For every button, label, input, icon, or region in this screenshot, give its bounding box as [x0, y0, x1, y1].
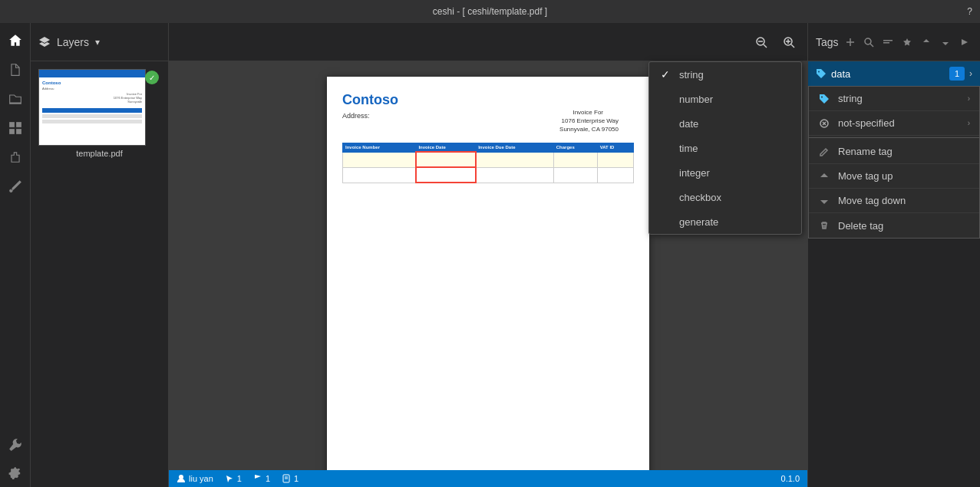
svg-rect-19 — [883, 40, 893, 41]
zoom-out-button[interactable] — [751, 31, 772, 53]
search-tag-button[interactable] — [862, 34, 877, 51]
thumbnail-badge: ✓ — [145, 71, 159, 84]
table-header-row: Invoice Number Invoice Date Invoice Due … — [343, 143, 634, 153]
svg-rect-2 — [9, 129, 15, 134]
pdf-invoice-label: Invoice For — [572, 109, 603, 116]
thumbnail-item[interactable]: Contoso Address: Invoice For1076 Enterpr… — [38, 69, 160, 158]
rename-icon — [818, 146, 830, 158]
sidebar-home-icon[interactable] — [2, 27, 29, 54]
tags-title: Tags — [816, 36, 839, 48]
layers-chevron-icon[interactable]: ▾ — [95, 37, 100, 48]
tag-move-up-button[interactable] — [919, 34, 934, 51]
dropdown-item-string[interactable]: ✓ string — [649, 62, 801, 87]
svg-point-17 — [865, 38, 871, 44]
sidebar-brush-icon[interactable] — [2, 173, 29, 200]
dropdown-item-time[interactable]: time — [649, 136, 801, 160]
add-tag-button[interactable] — [843, 34, 858, 51]
pdf-table: Invoice Number Invoice Date Invoice Due … — [342, 143, 634, 183]
tag-more-button[interactable] — [957, 34, 972, 51]
sidebar-plugin-icon[interactable] — [2, 143, 29, 171]
dropdown-item-checkbox[interactable]: checkbox — [649, 185, 801, 209]
checkmark-string: ✓ — [661, 68, 673, 81]
help-icon[interactable]: ? — [967, 6, 972, 17]
table-header-cell: Charges — [553, 143, 597, 153]
tag-count-badge: 1 — [949, 67, 965, 81]
context-menu-item-rename[interactable]: Rename tag — [809, 140, 979, 164]
right-panel: Tags data — [807, 23, 980, 487]
sidebar-grid-icon[interactable] — [2, 114, 29, 142]
delete-icon — [818, 219, 830, 232]
dropdown-item-generate[interactable]: generate — [649, 209, 801, 234]
left-sidebar — [0, 23, 31, 487]
selected-tag-label: data — [831, 68, 945, 80]
tag-option1-button[interactable] — [880, 34, 896, 51]
table-cell — [416, 152, 476, 167]
zoom-in-button[interactable] — [778, 31, 800, 53]
tmb-header — [39, 70, 145, 77]
tag-notspecified-icon — [818, 117, 830, 130]
context-menu-item-move-down[interactable]: Move tag down — [809, 189, 979, 213]
title-bar: ceshi - [ ceshi/template.pdf ] ? — [0, 0, 980, 23]
context-menu-label: not-specified — [838, 117, 895, 129]
dropdown-item-date[interactable]: date — [649, 111, 801, 136]
menu-separator — [809, 137, 979, 138]
context-menu-label: Move tag up — [838, 170, 893, 182]
flag-icon — [253, 474, 262, 483]
selected-tag-item[interactable]: data 1 › — [808, 61, 980, 86]
table-cell — [343, 167, 416, 183]
svg-rect-1 — [16, 122, 21, 127]
dropdown-item-number[interactable]: number — [649, 87, 801, 111]
thumbnail-inner: Contoso Address: Invoice For1076 Enterpr… — [39, 70, 145, 145]
pdf-company: Contoso — [342, 92, 634, 108]
doc-icon — [282, 474, 291, 483]
move-up-icon — [818, 170, 830, 183]
svg-line-6 — [764, 44, 767, 48]
app-body: Layers ▾ Contoso Address: Invoice For107… — [0, 23, 980, 487]
sidebar-file-icon[interactable] — [2, 56, 29, 84]
table-header-cell: VAT ID — [597, 143, 633, 153]
status-version: 0.1.0 — [781, 474, 800, 483]
dropdown-label: string — [679, 69, 704, 81]
dropdown-label: date — [679, 118, 698, 130]
arrow-right-icon: › — [968, 94, 970, 103]
svg-rect-0 — [9, 122, 15, 127]
table-header-cell: Invoice Number — [343, 143, 416, 153]
sidebar-folder-icon[interactable] — [2, 85, 29, 113]
table-cell — [597, 167, 633, 183]
tag-option2-button[interactable] — [899, 34, 915, 51]
pdf-address-value: 1076 Enterprise Way Sunnyvale, CA 97050 — [559, 117, 619, 133]
sidebar-settings-icon[interactable] — [2, 459, 29, 487]
dropdown-label: checkbox — [679, 192, 721, 203]
tmb-body: Contoso Address: Invoice For1076 Enterpr… — [39, 77, 145, 145]
table-cell — [476, 152, 554, 167]
tmb-table-row-2 — [42, 120, 142, 123]
tmb-company: Contoso — [42, 81, 142, 85]
tmb-address: Address: — [42, 87, 142, 90]
tag-move-down-button[interactable] — [938, 34, 953, 51]
type-dropdown: ✓ string number date time integer checkb… — [648, 61, 802, 235]
tmb-invoice: Invoice For1076 Enterprise WaySunnyvale — [42, 92, 142, 104]
context-menu-label: string — [838, 93, 863, 104]
tag-selected-icon — [816, 68, 827, 79]
context-menu-item-delete[interactable]: Delete tag — [809, 213, 979, 238]
context-menu-item-notspecified[interactable]: not-specified › — [809, 111, 979, 136]
user-icon — [177, 474, 186, 483]
thumbnail-image: Contoso Address: Invoice For1076 Enterpr… — [38, 69, 146, 146]
table-header-cell: Invoice Due Date — [476, 143, 554, 153]
layers-icon — [38, 36, 51, 48]
status-info1: 1 — [225, 474, 242, 483]
thumbnail-filename: template.pdf — [38, 149, 160, 158]
context-menu-item-move-up[interactable]: Move tag up — [809, 164, 979, 189]
context-menu-label: Rename tag — [838, 146, 893, 157]
sidebar-tools-icon[interactable] — [2, 430, 29, 458]
status-bar: liu yan 1 1 1 0.1.0 — [169, 470, 807, 487]
thumbnail-panel: Layers ▾ Contoso Address: Invoice For107… — [31, 23, 169, 487]
tag-string-icon — [818, 93, 830, 105]
tags-header: Tags — [808, 23, 980, 61]
context-menu-item-string[interactable]: string › — [809, 87, 979, 111]
table-row — [343, 167, 634, 183]
tag-expand-icon[interactable]: › — [969, 68, 972, 79]
dropdown-item-integer[interactable]: integer — [649, 160, 801, 185]
svg-line-18 — [870, 44, 873, 47]
context-menu-label: Move tag down — [838, 195, 906, 206]
